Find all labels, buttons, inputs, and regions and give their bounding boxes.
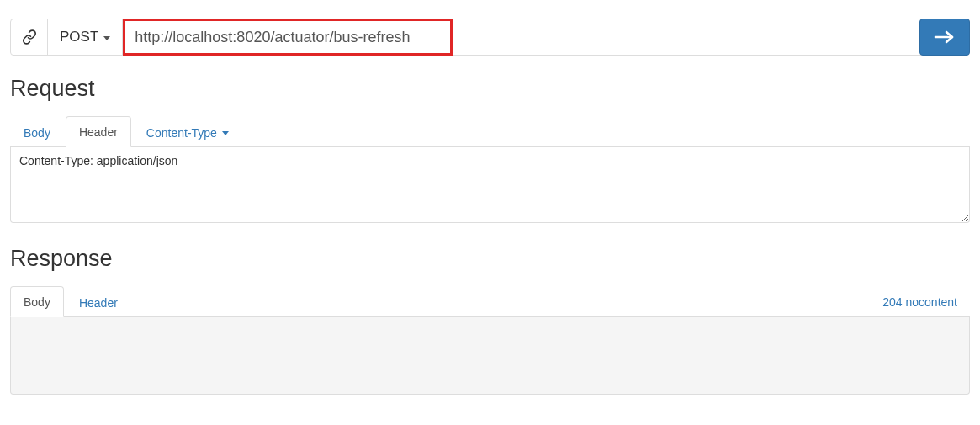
- http-method-select[interactable]: POST: [48, 19, 123, 55]
- request-section-title: Request: [10, 76, 970, 102]
- response-status-text: 204 nocontent: [870, 287, 970, 316]
- link-icon: [22, 29, 37, 45]
- request-tab-header[interactable]: Header: [66, 116, 131, 147]
- response-body-box: [10, 317, 970, 395]
- request-tab-content-type[interactable]: Content-Type: [133, 117, 242, 147]
- arrow-right-icon: [934, 30, 956, 44]
- url-input[interactable]: [123, 19, 919, 55]
- caret-down-icon: [222, 131, 229, 135]
- response-tab-header[interactable]: Header: [66, 287, 131, 317]
- request-tab-body[interactable]: Body: [10, 117, 64, 147]
- request-header-textarea[interactable]: [10, 147, 970, 223]
- request-tab-content-type-label: Content-Type: [146, 126, 217, 140]
- response-tab-body[interactable]: Body: [10, 286, 64, 317]
- url-input-container: [123, 19, 919, 55]
- insert-link-button[interactable]: [11, 19, 48, 55]
- response-tabs: Body Header 204 nocontent: [10, 285, 970, 317]
- request-tabs: Body Header Content-Type: [10, 115, 970, 147]
- send-request-button[interactable]: [919, 19, 970, 56]
- response-section-title: Response: [10, 246, 970, 272]
- caret-down-icon: [103, 36, 110, 40]
- http-method-label: POST: [60, 29, 98, 45]
- request-url-bar: POST: [10, 19, 970, 56]
